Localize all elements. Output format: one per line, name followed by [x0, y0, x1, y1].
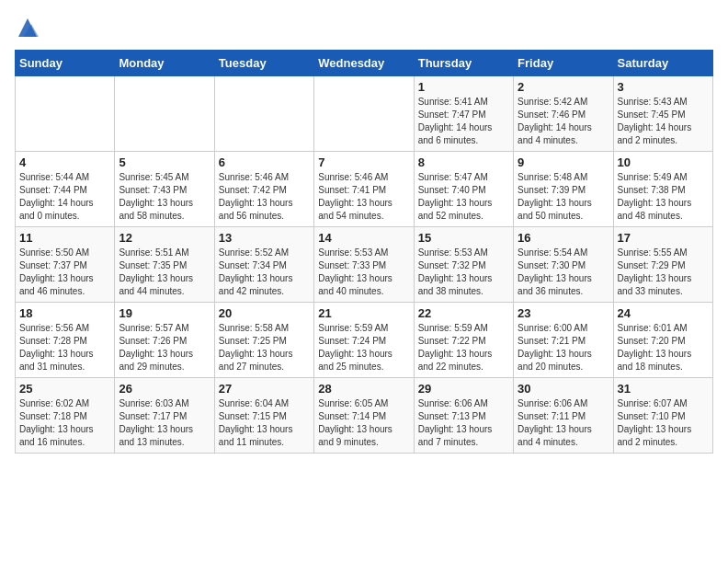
- day-info: Sunrise: 6:01 AM Sunset: 7:20 PM Dayligh…: [618, 322, 709, 373]
- day-number: 29: [418, 382, 509, 396]
- day-number: 6: [219, 155, 310, 169]
- day-number: 12: [119, 231, 210, 245]
- day-info: Sunrise: 6:04 AM Sunset: 7:15 PM Dayligh…: [219, 397, 310, 449]
- day-number: 8: [418, 155, 509, 169]
- calendar-cell: 1Sunrise: 5:41 AM Sunset: 7:47 PM Daylig…: [414, 76, 513, 152]
- calendar-cell: 9Sunrise: 5:48 AM Sunset: 7:39 PM Daylig…: [514, 152, 613, 227]
- calendar-cell: 30Sunrise: 6:06 AM Sunset: 7:11 PM Dayli…: [514, 378, 613, 454]
- day-number: 22: [418, 306, 509, 320]
- day-number: 16: [518, 231, 609, 245]
- day-number: 9: [518, 155, 609, 169]
- day-info: Sunrise: 5:42 AM Sunset: 7:46 PM Dayligh…: [518, 96, 609, 147]
- day-info: Sunrise: 6:05 AM Sunset: 7:14 PM Dayligh…: [318, 397, 409, 449]
- day-number: 18: [19, 306, 110, 320]
- day-info: Sunrise: 5:41 AM Sunset: 7:47 PM Dayligh…: [418, 96, 509, 147]
- day-info: Sunrise: 5:43 AM Sunset: 7:45 PM Dayligh…: [618, 96, 709, 147]
- calendar-cell: 29Sunrise: 6:06 AM Sunset: 7:13 PM Dayli…: [414, 378, 513, 454]
- day-number: 13: [219, 231, 310, 245]
- logo: [15, 15, 44, 40]
- calendar-cell: 17Sunrise: 5:55 AM Sunset: 7:29 PM Dayli…: [613, 227, 712, 303]
- day-number: 1: [418, 80, 509, 94]
- day-of-week-header: Friday: [514, 51, 613, 76]
- calendar-cell: 21Sunrise: 5:59 AM Sunset: 7:24 PM Dayli…: [314, 303, 414, 378]
- day-number: 31: [618, 382, 709, 396]
- day-number: 11: [19, 231, 110, 245]
- calendar-cell: 12Sunrise: 5:51 AM Sunset: 7:35 PM Dayli…: [115, 227, 214, 303]
- day-number: 25: [19, 382, 110, 396]
- calendar-cell: 23Sunrise: 6:00 AM Sunset: 7:21 PM Dayli…: [514, 303, 613, 378]
- calendar-cell: [314, 76, 414, 152]
- day-number: 17: [618, 231, 709, 245]
- calendar-cell: 31Sunrise: 6:07 AM Sunset: 7:10 PM Dayli…: [613, 378, 712, 454]
- day-info: Sunrise: 5:44 AM Sunset: 7:44 PM Dayligh…: [19, 171, 110, 223]
- day-info: Sunrise: 5:47 AM Sunset: 7:40 PM Dayligh…: [418, 171, 509, 223]
- day-info: Sunrise: 5:51 AM Sunset: 7:35 PM Dayligh…: [119, 247, 210, 298]
- day-info: Sunrise: 5:49 AM Sunset: 7:38 PM Dayligh…: [618, 171, 709, 223]
- day-number: 27: [219, 382, 310, 396]
- day-info: Sunrise: 6:06 AM Sunset: 7:11 PM Dayligh…: [518, 397, 609, 449]
- calendar-cell: [214, 76, 313, 152]
- calendar-cell: 26Sunrise: 6:03 AM Sunset: 7:17 PM Dayli…: [115, 378, 214, 454]
- calendar-header-row: SundayMondayTuesdayWednesdayThursdayFrid…: [16, 51, 713, 76]
- day-number: 15: [418, 231, 509, 245]
- calendar-cell: 22Sunrise: 5:59 AM Sunset: 7:22 PM Dayli…: [414, 303, 513, 378]
- calendar-cell: 20Sunrise: 5:58 AM Sunset: 7:25 PM Dayli…: [214, 303, 313, 378]
- calendar-cell: 24Sunrise: 6:01 AM Sunset: 7:20 PM Dayli…: [613, 303, 712, 378]
- day-info: Sunrise: 6:00 AM Sunset: 7:21 PM Dayligh…: [518, 322, 609, 373]
- day-info: Sunrise: 6:07 AM Sunset: 7:10 PM Dayligh…: [618, 397, 709, 449]
- day-number: 28: [318, 382, 409, 396]
- logo-icon: [15, 15, 40, 40]
- day-info: Sunrise: 5:59 AM Sunset: 7:22 PM Dayligh…: [418, 322, 509, 373]
- calendar-cell: 16Sunrise: 5:54 AM Sunset: 7:30 PM Dayli…: [514, 227, 613, 303]
- calendar-cell: [16, 76, 115, 152]
- day-info: Sunrise: 6:06 AM Sunset: 7:13 PM Dayligh…: [418, 397, 509, 449]
- calendar-cell: 4Sunrise: 5:44 AM Sunset: 7:44 PM Daylig…: [16, 152, 115, 227]
- day-of-week-header: Tuesday: [214, 51, 313, 76]
- day-info: Sunrise: 5:48 AM Sunset: 7:39 PM Dayligh…: [518, 171, 609, 223]
- calendar-cell: 3Sunrise: 5:43 AM Sunset: 7:45 PM Daylig…: [613, 76, 712, 152]
- day-info: Sunrise: 5:55 AM Sunset: 7:29 PM Dayligh…: [618, 247, 709, 298]
- day-number: 14: [318, 231, 409, 245]
- day-info: Sunrise: 5:57 AM Sunset: 7:26 PM Dayligh…: [119, 322, 210, 373]
- day-number: 3: [618, 80, 709, 94]
- day-info: Sunrise: 5:50 AM Sunset: 7:37 PM Dayligh…: [19, 247, 110, 298]
- calendar-week-row: 25Sunrise: 6:02 AM Sunset: 7:18 PM Dayli…: [16, 378, 713, 454]
- day-of-week-header: Thursday: [414, 51, 513, 76]
- calendar-cell: 25Sunrise: 6:02 AM Sunset: 7:18 PM Dayli…: [16, 378, 115, 454]
- day-number: 20: [219, 306, 310, 320]
- day-info: Sunrise: 5:45 AM Sunset: 7:43 PM Dayligh…: [119, 171, 210, 223]
- calendar-cell: 18Sunrise: 5:56 AM Sunset: 7:28 PM Dayli…: [16, 303, 115, 378]
- calendar-cell: 8Sunrise: 5:47 AM Sunset: 7:40 PM Daylig…: [414, 152, 513, 227]
- day-number: 30: [518, 382, 609, 396]
- day-info: Sunrise: 5:52 AM Sunset: 7:34 PM Dayligh…: [219, 247, 310, 298]
- day-info: Sunrise: 5:54 AM Sunset: 7:30 PM Dayligh…: [518, 247, 609, 298]
- day-info: Sunrise: 5:58 AM Sunset: 7:25 PM Dayligh…: [219, 322, 310, 373]
- day-info: Sunrise: 5:59 AM Sunset: 7:24 PM Dayligh…: [318, 322, 409, 373]
- day-info: Sunrise: 5:53 AM Sunset: 7:32 PM Dayligh…: [418, 247, 509, 298]
- calendar-week-row: 1Sunrise: 5:41 AM Sunset: 7:47 PM Daylig…: [16, 76, 713, 152]
- calendar-week-row: 11Sunrise: 5:50 AM Sunset: 7:37 PM Dayli…: [16, 227, 713, 303]
- calendar-week-row: 4Sunrise: 5:44 AM Sunset: 7:44 PM Daylig…: [16, 152, 713, 227]
- day-of-week-header: Wednesday: [314, 51, 414, 76]
- day-number: 26: [119, 382, 210, 396]
- calendar-cell: 7Sunrise: 5:46 AM Sunset: 7:41 PM Daylig…: [314, 152, 414, 227]
- day-info: Sunrise: 5:46 AM Sunset: 7:42 PM Dayligh…: [219, 171, 310, 223]
- day-number: 10: [618, 155, 709, 169]
- day-number: 24: [618, 306, 709, 320]
- calendar-week-row: 18Sunrise: 5:56 AM Sunset: 7:28 PM Dayli…: [16, 303, 713, 378]
- day-info: Sunrise: 5:56 AM Sunset: 7:28 PM Dayligh…: [19, 322, 110, 373]
- calendar-cell: 19Sunrise: 5:57 AM Sunset: 7:26 PM Dayli…: [115, 303, 214, 378]
- calendar-cell: 2Sunrise: 5:42 AM Sunset: 7:46 PM Daylig…: [514, 76, 613, 152]
- calendar-cell: 15Sunrise: 5:53 AM Sunset: 7:32 PM Dayli…: [414, 227, 513, 303]
- calendar-cell: 6Sunrise: 5:46 AM Sunset: 7:42 PM Daylig…: [214, 152, 313, 227]
- day-info: Sunrise: 5:46 AM Sunset: 7:41 PM Dayligh…: [318, 171, 409, 223]
- calendar-cell: 28Sunrise: 6:05 AM Sunset: 7:14 PM Dayli…: [314, 378, 414, 454]
- day-number: 2: [518, 80, 609, 94]
- calendar-cell: 10Sunrise: 5:49 AM Sunset: 7:38 PM Dayli…: [613, 152, 712, 227]
- page-header: [15, 15, 713, 40]
- calendar-cell: [115, 76, 214, 152]
- day-number: 5: [119, 155, 210, 169]
- day-of-week-header: Saturday: [613, 51, 712, 76]
- day-of-week-header: Sunday: [16, 51, 115, 76]
- calendar-cell: 11Sunrise: 5:50 AM Sunset: 7:37 PM Dayli…: [16, 227, 115, 303]
